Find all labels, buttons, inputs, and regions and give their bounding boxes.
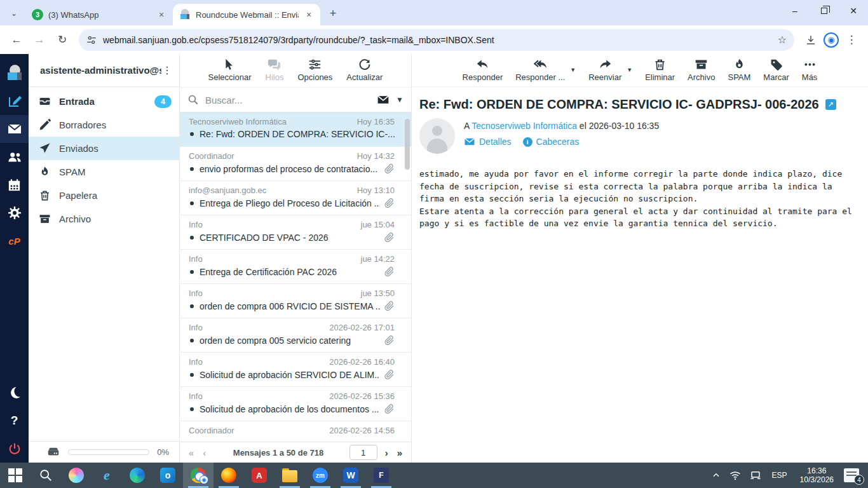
chrome-button[interactable]: ◉ [183,463,214,488]
url-text[interactable]: webmail.sanjuan.gob.ec/cpsess7518124079/… [103,35,773,45]
search-input[interactable] [205,95,370,105]
list-item[interactable]: Info2026-02-26 17:01 orden de compra 005… [180,318,411,353]
tab-search-button[interactable]: ⌄ [5,4,23,22]
file-explorer-button[interactable] [275,463,305,488]
zoom-button[interactable]: zm [305,463,336,488]
new-tab-button[interactable]: + [324,4,342,22]
rail-settings-button[interactable] [0,199,29,227]
wifi-icon[interactable] [725,463,745,488]
options-button[interactable]: Opciones [297,58,332,82]
delete-button[interactable]: Eliminar [645,58,675,82]
open-in-new-window-icon[interactable]: ↗ [825,99,836,110]
forticlient-icon: F [374,468,389,483]
compose-button[interactable] [0,87,29,115]
list-item[interactable]: Info2026-02-26 15:36 Solicitud de aproba… [180,387,411,421]
folder-entrada[interactable]: Entrada 4 [29,90,179,113]
help-icon[interactable]: ? [0,407,29,435]
list-item[interactable]: Info2026-02-26 16:40 Solicitud de aproba… [180,353,411,387]
list-item[interactable]: CoordinadorHoy 14:32 envio proformas del… [180,147,411,181]
clock[interactable]: 16:36 10/3/2026 [794,466,840,484]
acrobat-button[interactable]: A [244,463,275,488]
back-button[interactable]: ← [6,30,27,50]
tray-expand-chevron-icon[interactable] [707,463,725,488]
forticlient-button[interactable]: F [366,463,397,488]
flame-icon [733,58,746,71]
close-tab-icon[interactable]: × [156,10,166,20]
page-number-input[interactable] [349,445,377,460]
chrome-profile-badge-icon: ◉ [200,475,208,484]
browser-profile-icon[interactable]: ◉ [824,32,839,48]
internet-explorer-button[interactable]: e [92,463,122,488]
last-page-button[interactable]: » [396,447,403,458]
reply-all-menu-chevron-icon[interactable]: ▼ [570,67,576,73]
rail-mail-button[interactable] [0,115,29,143]
folder-spam[interactable]: SPAM [29,160,179,184]
mark-button[interactable]: Marcar [763,58,789,82]
folder-borradores[interactable]: Borradores [29,113,179,137]
display-connect-icon[interactable] [745,463,766,488]
list-item[interactable]: Tecnoserviweb InformáticaHoy 16:35 Re: F… [180,112,411,147]
reply-all-button[interactable]: Responder ... [515,58,565,82]
more-button[interactable]: Más [802,58,818,82]
list-item[interactable]: Coordinador2026-02-26 14:56 [180,421,411,442]
message-view-panel: Responder Responder ... ▼ Reenviar ▼ Eli… [412,54,868,463]
word-button[interactable]: W [336,463,366,488]
language-indicator[interactable]: ESP [766,463,794,488]
minimize-button[interactable]: – [780,0,810,22]
forward-button[interactable]: Reenviar [588,58,621,82]
details-toggle[interactable]: Detalles [464,136,512,147]
folder-papelera[interactable]: Papelera [29,184,179,207]
message-toolbar: Responder Responder ... ▼ Reenviar ▼ Eli… [412,54,868,87]
tab-roundcube[interactable]: Roundcube Webmail :: Enviados × [173,4,320,25]
list-item[interactable]: info@sanjuan.gob.ecHoy 13:10 Entrega de … [180,181,411,215]
list-item[interactable]: Infojue 14:22 Entrega de Certificación P… [180,250,411,284]
folder-enviados[interactable]: Enviados [29,137,179,160]
threads-button[interactable]: Hilos [266,58,284,82]
site-settings-icon[interactable] [86,35,97,45]
notification-center-icon[interactable]: 4 [844,468,859,482]
list-item[interactable]: Infojue 13:50 orden de compra 006 RVICIO… [180,284,411,318]
cpanel-logo[interactable]: cP [0,227,29,255]
firefox-button[interactable] [214,463,244,488]
first-page-button[interactable]: « [187,447,195,458]
close-tab-icon[interactable]: × [304,10,314,20]
reply-button[interactable]: Responder [463,58,503,82]
recipient-link[interactable]: Tecnoserviweb Informática [471,121,577,131]
internet-explorer-icon: e [99,468,114,483]
rail-contacts-button[interactable] [0,143,29,171]
headers-toggle[interactable]: i Cabeceras [523,137,580,147]
prev-page-button[interactable]: ‹ [201,447,207,458]
select-button[interactable]: Seleccionar [208,58,252,82]
search-scope-mail-icon[interactable] [377,93,390,106]
forward-button[interactable]: → [29,30,50,50]
spam-button[interactable]: SPAM [728,58,750,82]
list-scrollbar[interactable] [405,119,410,170]
refresh-button[interactable]: ↻ [52,30,72,50]
taskbar-search-button[interactable] [31,463,61,488]
tab-label: Roundcube Webmail :: Enviados [196,10,299,20]
close-window-button[interactable]: ✕ [839,0,868,22]
dark-mode-icon[interactable] [0,379,29,407]
start-button[interactable] [0,463,31,488]
tab-whatsapp[interactable]: 3 (3) WhatsApp × [25,4,173,25]
search-options-chevron-icon[interactable]: ▼ [396,95,403,104]
bookmark-star-icon[interactable]: ☆ [778,34,787,46]
downloads-button[interactable] [801,30,821,50]
list-item[interactable]: Infojue 15:04 CERTIFICADO DE VPAC - 2026 [180,215,411,250]
firefox-icon [221,468,236,483]
archive-button[interactable]: Archivo [688,58,715,82]
edge-button[interactable] [122,463,153,488]
address-bar[interactable]: webmail.sanjuan.gob.ec/cpsess7518124079/… [79,29,794,51]
browser-menu-icon[interactable]: ⋮ [841,30,862,50]
restore-button[interactable] [810,0,839,22]
next-page-button[interactable]: › [384,447,390,458]
refresh-list-button[interactable]: Actualizar [346,58,383,82]
account-menu-icon[interactable]: ⋮ [161,64,173,76]
forward-menu-chevron-icon[interactable]: ▼ [627,67,632,73]
outlook-button[interactable]: o [153,463,183,488]
folder-archivo[interactable]: Archivo [29,207,179,231]
roundcube-logo[interactable] [0,59,29,87]
copilot-button[interactable] [61,463,92,488]
logout-power-icon[interactable] [0,435,29,463]
rail-calendar-button[interactable] [0,171,29,199]
